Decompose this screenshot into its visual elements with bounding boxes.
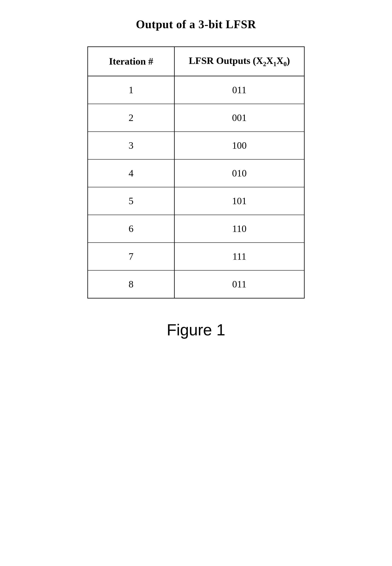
iteration-cell: 5 [88,187,174,215]
output-cell: 101 [174,187,304,215]
table-row: 4010 [88,159,304,187]
output-cell: 010 [174,159,304,187]
col-iteration-header: Iteration # [88,47,174,76]
iteration-cell: 4 [88,159,174,187]
table-row: 3100 [88,132,304,159]
iteration-cell: 8 [88,270,174,298]
figure-label: Figure 1 [167,321,225,339]
output-cell: 011 [174,270,304,298]
lfsr-table-container: Iteration # LFSR Outputs (X2X1X0) 101120… [87,46,305,298]
table-row: 6110 [88,215,304,243]
table-row: 2001 [88,104,304,132]
iteration-cell: 2 [88,104,174,132]
output-cell: 011 [174,76,304,104]
table-header-row: Iteration # LFSR Outputs (X2X1X0) [88,47,304,76]
iteration-cell: 7 [88,243,174,270]
lfsr-table: Iteration # LFSR Outputs (X2X1X0) 101120… [88,47,304,298]
col-output-header: LFSR Outputs (X2X1X0) [174,47,304,76]
table-row: 7111 [88,243,304,270]
iteration-cell: 6 [88,215,174,243]
table-row: 1011 [88,76,304,104]
output-cell: 100 [174,132,304,159]
table-row: 8011 [88,270,304,298]
output-cell: 110 [174,215,304,243]
table-row: 5101 [88,187,304,215]
table-body: 10112001310040105101611071118011 [88,76,304,298]
iteration-cell: 3 [88,132,174,159]
output-cell: 001 [174,104,304,132]
output-header-text: LFSR Outputs (X2X1X0) [189,55,290,66]
iteration-cell: 1 [88,76,174,104]
page-title: Output of a 3-bit LFSR [136,18,256,31]
output-cell: 111 [174,243,304,270]
